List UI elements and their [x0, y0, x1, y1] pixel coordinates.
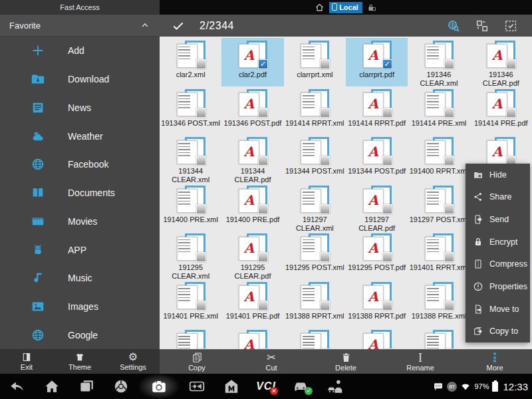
file-item[interactable]: A 191344 POST.xml — [284, 134, 346, 183]
local-storage-tab[interactable]: Local — [329, 2, 362, 13]
file-item[interactable]: A 191297 POST.xml — [408, 183, 469, 231]
sidebar-item[interactable]: Facebook — [0, 150, 160, 179]
sidebar-item[interactable]: Download — [0, 65, 160, 94]
file-checkbox[interactable] — [444, 204, 454, 214]
file-item[interactable]: A 191388 PRE.xml — [408, 279, 469, 328]
context-menu-item[interactable]: Copy to — [466, 320, 530, 342]
file-checkbox[interactable] — [196, 204, 206, 214]
file-checkbox[interactable] — [506, 59, 516, 69]
home-icon[interactable] — [35, 374, 69, 399]
file-item[interactable]: A 191400 PRE.pdf — [221, 183, 283, 231]
technician-icon[interactable] — [318, 374, 352, 399]
lock-icon[interactable] — [367, 3, 377, 13]
action-button[interactable]: ✂ Cut — [234, 350, 309, 374]
action-button[interactable]: Delete — [309, 350, 383, 374]
action-button[interactable]: More — [458, 350, 532, 374]
sidebar-item[interactable]: Movies — [0, 207, 160, 235]
file-checkbox[interactable] — [320, 252, 330, 262]
file-checkbox[interactable] — [382, 59, 392, 69]
file-item[interactable]: A 191344 CLEAR.pdf — [221, 134, 283, 183]
file-item[interactable]: A 191295 CLEAR.pdf — [221, 231, 283, 279]
context-menu-item[interactable]: Properties — [466, 275, 530, 298]
file-checkbox[interactable] — [196, 108, 206, 118]
file-item[interactable]: A — [346, 327, 408, 349]
file-item[interactable]: A clar2.xml — [160, 38, 221, 86]
sidebar-item[interactable]: Google — [0, 321, 160, 349]
file-checkbox[interactable] — [196, 301, 206, 311]
file-checkbox[interactable] — [382, 252, 392, 262]
chrome-icon[interactable] — [104, 374, 138, 399]
search-icon[interactable] — [446, 19, 461, 33]
footer-button[interactable]: Theme — [53, 349, 106, 374]
file-checkbox[interactable] — [320, 156, 330, 166]
select-all-icon[interactable] — [503, 19, 518, 33]
file-item[interactable]: A 191344 POST.pdf — [346, 134, 408, 183]
file-item[interactable]: A clarrprt.pdf — [346, 38, 408, 86]
file-item[interactable]: A — [408, 327, 469, 349]
file-item[interactable]: A 191401 PRE.xml — [160, 279, 221, 328]
file-checkbox[interactable] — [258, 156, 268, 166]
sidebar-item[interactable]: Weather — [0, 122, 160, 150]
file-item[interactable]: A 191414 PRE.xml — [408, 86, 469, 135]
context-menu-item[interactable]: Compress — [466, 253, 530, 276]
action-button[interactable]: Copy — [160, 350, 234, 374]
context-menu-item[interactable]: Hide — [466, 164, 530, 186]
file-item[interactable]: A — [284, 327, 346, 349]
file-item[interactable]: A 191344 CLEAR.xml — [160, 134, 221, 183]
file-item[interactable]: A clar2.pdf — [221, 38, 283, 86]
file-checkbox[interactable] — [196, 156, 206, 166]
file-checkbox[interactable] — [258, 252, 268, 262]
sidebar-item[interactable]: Add — [0, 37, 160, 65]
messages-icon[interactable] — [433, 381, 444, 392]
vehicle-connected-icon[interactable]: ✓ — [283, 374, 318, 399]
sidebar-item[interactable]: Images — [0, 293, 160, 321]
file-checkbox[interactable] — [444, 301, 454, 311]
file-checkbox[interactable] — [444, 156, 454, 166]
file-checkbox[interactable] — [258, 301, 268, 311]
file-checkbox[interactable] — [382, 301, 392, 311]
file-item[interactable]: A 191414 RPRT.xml — [284, 86, 346, 135]
file-checkbox[interactable] — [382, 204, 392, 214]
file-item[interactable]: A 191388 RPRT.xml — [284, 279, 346, 328]
file-item[interactable]: A 191295 POST.pdf — [346, 231, 408, 279]
footer-button[interactable]: Exit — [0, 349, 53, 374]
file-checkbox[interactable] — [444, 108, 454, 118]
file-item[interactable]: A 191346 POST.xml — [160, 86, 221, 135]
footer-button[interactable]: ⚙ Settings — [106, 349, 160, 374]
vci-icon[interactable]: VCI ✕ — [249, 374, 283, 399]
file-checkbox[interactable] — [258, 108, 268, 118]
favorite-group-header[interactable]: Favorite — [0, 15, 160, 37]
confirm-selection-icon[interactable] — [172, 19, 185, 33]
file-item[interactable]: A 191414 RPRT.pdf — [346, 86, 408, 135]
file-checkbox[interactable] — [382, 108, 392, 118]
file-checkbox[interactable] — [382, 156, 392, 166]
file-checkbox[interactable] — [258, 59, 268, 69]
file-checkbox[interactable] — [320, 59, 330, 69]
context-menu-item[interactable]: Move to — [466, 298, 530, 321]
file-item[interactable]: A 191401 RPRT.xml — [408, 231, 469, 279]
file-item[interactable]: A 191400 PRE.xml — [160, 183, 221, 231]
file-checkbox[interactable] — [444, 252, 454, 262]
recents-icon[interactable] — [69, 374, 104, 399]
view-mode-icon[interactable] — [475, 19, 489, 33]
sidebar-item[interactable]: APP — [0, 235, 160, 264]
back-icon[interactable] — [0, 374, 35, 399]
sidebar-item[interactable]: Music — [0, 264, 160, 293]
sidebar-item[interactable]: Documents — [0, 179, 160, 207]
file-item[interactable]: A 191295 CLEAR.xml — [160, 231, 221, 279]
file-checkbox[interactable] — [320, 301, 330, 311]
file-item[interactable]: A 191401 PRE.pdf — [221, 279, 283, 328]
file-item[interactable]: A 191346 CLEAR.xml — [408, 38, 469, 86]
context-menu-item[interactable]: Send — [466, 208, 530, 231]
file-checkbox[interactable] — [320, 108, 330, 118]
home-outline-icon[interactable] — [315, 3, 325, 13]
sidebar-item[interactable]: News — [0, 93, 160, 122]
camera-icon[interactable] — [138, 374, 180, 399]
file-item[interactable]: A 191295 POST.xml — [284, 231, 346, 279]
file-checkbox[interactable] — [444, 59, 454, 69]
context-menu-item[interactable]: Encrypt — [466, 231, 530, 253]
file-item[interactable]: A 191297 CLEAR.pdf — [346, 183, 408, 231]
file-item[interactable]: A — [221, 327, 283, 349]
file-item[interactable]: A 191346 CLEAR.pdf — [470, 38, 532, 86]
action-button[interactable]: I Rename — [383, 350, 458, 374]
